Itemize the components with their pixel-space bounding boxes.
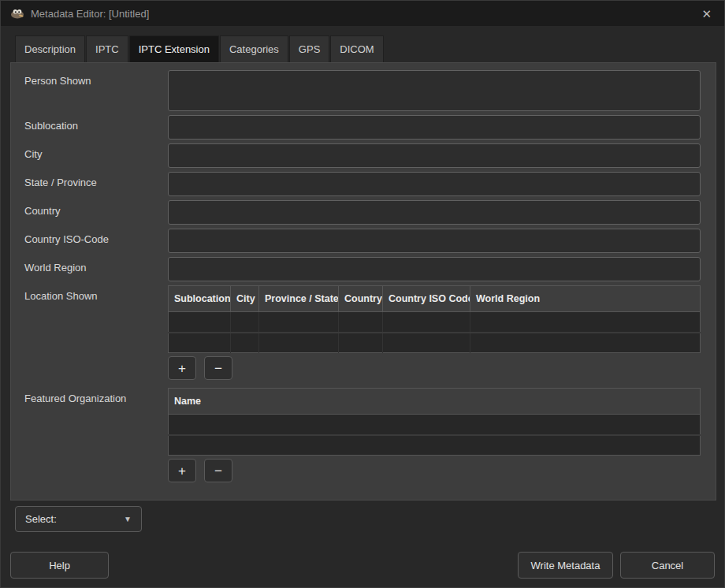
tab-categories[interactable]: Categories — [220, 35, 288, 62]
country-row: Country — [11, 200, 716, 225]
location-shown-row: Location Shown Sublocation City Province… — [11, 285, 716, 380]
write-metadata-button[interactable]: Write Metadata — [518, 552, 613, 579]
tab-bar: Description IPTC IPTC Extension Categori… — [10, 35, 716, 62]
column-header: Country ISO Code — [383, 286, 470, 312]
location-shown-header-row: Sublocation City Province / State Countr… — [169, 286, 701, 312]
featured-organization-header-row: Name — [169, 389, 701, 415]
tab-iptc-extension[interactable]: IPTC Extension — [129, 35, 219, 62]
gimp-wilber-icon — [10, 8, 24, 19]
iptc-extension-panel: Person Shown Sublocation City State / Pr… — [10, 62, 716, 501]
table-row[interactable] — [169, 333, 701, 353]
featured-organization-row: Featured Organization Name + − — [11, 388, 716, 482]
column-header: Country — [339, 286, 383, 312]
featured-organization-table: Name — [168, 388, 701, 456]
city-row: City — [11, 143, 716, 168]
state-province-input[interactable] — [168, 172, 701, 196]
window-title: Metadata Editor: [Untitled] — [31, 8, 149, 20]
world-region-label: World Region — [11, 257, 168, 281]
city-label: City — [11, 143, 168, 168]
select-dropdown[interactable]: Select: ▼ — [15, 506, 142, 532]
person-shown-row: Person Shown — [11, 70, 716, 111]
country-iso-code-row: Country ISO-Code — [11, 229, 716, 253]
select-dropdown-label: Select: — [25, 513, 57, 525]
sublocation-label: Sublocation — [11, 115, 168, 140]
table-row[interactable] — [169, 312, 701, 333]
state-province-row: State / Province — [11, 172, 716, 196]
state-province-label: State / Province — [11, 172, 168, 196]
titlebar: Metadata Editor: [Untitled] ✕ — [1, 1, 724, 26]
column-header: World Region — [470, 286, 701, 312]
add-location-button[interactable]: + — [168, 356, 196, 380]
location-shown-table-buttons: + − — [168, 356, 701, 380]
location-shown-label: Location Shown — [11, 285, 168, 380]
remove-location-button[interactable]: − — [204, 356, 232, 380]
person-shown-input[interactable] — [168, 70, 701, 111]
country-iso-code-label: Country ISO-Code — [11, 229, 168, 253]
world-region-row: World Region — [11, 257, 716, 281]
table-row[interactable] — [169, 415, 701, 435]
column-header: City — [231, 286, 259, 312]
column-header: Sublocation — [169, 286, 231, 312]
featured-organization-label: Featured Organization — [11, 388, 168, 482]
sublocation-row: Sublocation — [11, 115, 716, 140]
chevron-down-icon: ▼ — [124, 515, 132, 523]
country-iso-code-input[interactable] — [168, 229, 701, 253]
tab-dicom[interactable]: DICOM — [330, 35, 383, 62]
country-input[interactable] — [168, 200, 701, 225]
remove-organization-button[interactable]: − — [204, 459, 232, 482]
cancel-button[interactable]: Cancel — [620, 552, 715, 579]
tab-description[interactable]: Description — [15, 35, 85, 62]
column-header: Name — [169, 389, 701, 415]
sublocation-input[interactable] — [168, 115, 701, 140]
column-header: Province / State — [259, 286, 339, 312]
tab-gps[interactable]: GPS — [289, 35, 329, 62]
city-input[interactable] — [168, 143, 701, 168]
location-shown-table: Sublocation City Province / State Countr… — [168, 285, 701, 353]
tab-iptc[interactable]: IPTC — [86, 35, 128, 62]
country-label: Country — [11, 200, 168, 225]
metadata-editor-window: Metadata Editor: [Untitled] ✕ Descriptio… — [0, 0, 725, 588]
table-row[interactable] — [169, 435, 701, 456]
add-organization-button[interactable]: + — [168, 459, 196, 482]
featured-organization-table-buttons: + − — [168, 459, 701, 482]
person-shown-label: Person Shown — [11, 70, 168, 111]
close-icon[interactable]: ✕ — [698, 6, 715, 21]
help-button[interactable]: Help — [10, 552, 109, 579]
world-region-input[interactable] — [168, 257, 701, 281]
